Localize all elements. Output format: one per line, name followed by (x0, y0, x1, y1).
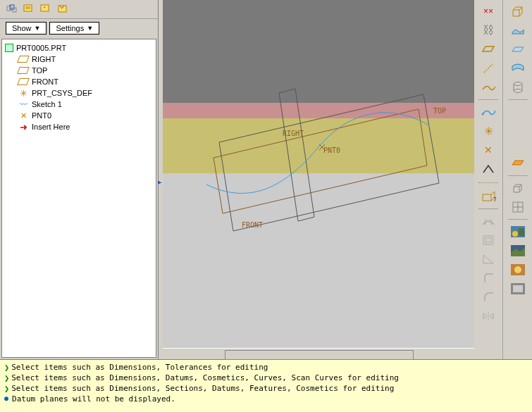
tool-plane[interactable] (478, 41, 499, 58)
tree-item[interactable]: 〰Sketch 1 (18, 99, 153, 110)
tree-item-label: RIGHT (32, 55, 56, 63)
tree-item-label: Sketch 1 (32, 100, 62, 108)
msg-arrow-icon: ❯ (4, 363, 9, 373)
svg-point-32 (512, 231, 518, 237)
insert-arrow-icon: ➜ (18, 122, 29, 132)
message-panel: ❯Select items such as Dimensions, Tolera… (0, 359, 532, 412)
svg-rect-33 (519, 228, 524, 236)
settings-dropdown[interactable]: Settings▼ (49, 22, 99, 35)
datum-plane-icon (18, 54, 29, 64)
svg-point-36 (514, 266, 521, 273)
tree-item[interactable]: ➜Insert Here (18, 121, 153, 132)
svg-point-13 (482, 113, 484, 116)
viewport-label-front: FRONT (242, 221, 263, 229)
svg-point-27 (514, 89, 522, 93)
svg-line-12 (484, 64, 493, 73)
tree-item-label: Insert Here (32, 123, 70, 131)
sketch-icon: 〰 (18, 99, 29, 109)
viewport-label-right: RIGHT (283, 130, 304, 137)
tool-sheet[interactable] (507, 41, 528, 58)
chevron-down-icon: ▼ (87, 25, 93, 32)
tree-item[interactable]: ✕PNT0 (18, 110, 153, 121)
svg-marker-7 (219, 94, 439, 231)
status-message: ❯Select items such as Dimensions, Tolera… (4, 363, 528, 373)
part-file-icon (5, 44, 13, 52)
show-label: Show (12, 24, 32, 32)
svg-marker-9 (279, 89, 314, 221)
left-panel: * Show▼ Settings▼ PRT0005.PRT RIGHT TOP … (0, 0, 159, 359)
viewport-label-top: TOP (433, 107, 446, 115)
tree-item[interactable]: RIGHT (18, 54, 153, 65)
datum-plane-icon (18, 65, 29, 75)
settings-label: Settings (56, 24, 84, 32)
tool-chamfer[interactable] (478, 289, 499, 306)
msg-text: Select items such as Dimensions, Datums,… (11, 373, 399, 383)
tool-shell[interactable] (478, 232, 499, 249)
tool-surface[interactable] (507, 22, 528, 39)
tool-cross[interactable]: ✕ (478, 142, 499, 158)
tool-spline[interactable] (478, 104, 499, 120)
status-message: ●Datum planes will not be displayed. (4, 394, 528, 404)
svg-rect-15 (483, 194, 491, 201)
msg-text: Select items such as Dimensions, Toleran… (11, 363, 268, 373)
svg-rect-1 (10, 5, 14, 9)
tree-item-label: FRONT (32, 77, 58, 86)
show-dropdown[interactable]: Show▼ (6, 22, 47, 35)
tree-item-label: PRT_CSYS_DEF (32, 89, 92, 97)
tool-box[interactable] (507, 3, 528, 20)
right-toolbars: ×× ⛓ ✳ ✕ 7 (474, 0, 532, 359)
tool-round[interactable] (478, 270, 499, 287)
tool-render-4[interactable] (507, 280, 528, 297)
svg-text:7: 7 (493, 196, 496, 203)
msg-text: Datum planes will not be displayed. (12, 394, 175, 404)
horizontal-scrollbar[interactable] (163, 348, 474, 359)
svg-marker-8 (214, 109, 427, 213)
svg-point-24 (514, 82, 522, 86)
point-icon: ✕ (18, 111, 29, 120)
tool-cylinder[interactable] (507, 79, 528, 96)
tool-curve[interactable] (478, 79, 499, 96)
tool-extrude[interactable]: 7 (478, 188, 499, 205)
tool-flag[interactable] (507, 155, 528, 172)
tool-triangle[interactable] (478, 161, 499, 177)
svg-rect-0 (7, 6, 11, 11)
msg-arrow-icon: ❯ (4, 373, 9, 384)
tool-cube[interactable] (507, 180, 528, 196)
tool-render-1[interactable] (507, 223, 528, 240)
viewport-label-pnt0: PNT0 (323, 146, 340, 154)
msg-arrow-icon: ❯ (4, 384, 9, 394)
tool-point-xx[interactable]: ×× (478, 3, 499, 20)
toolbar-icon-2[interactable] (21, 2, 37, 16)
tree-item[interactable]: TOP (18, 65, 153, 76)
tool-render-2[interactable] (507, 242, 528, 259)
status-message: ❯Select items such as Dimensions, Sectio… (4, 384, 528, 394)
msg-text: Select items such as Dimensions, Section… (11, 384, 394, 394)
tool-view[interactable] (507, 199, 528, 216)
tree-item-label: TOP (32, 66, 47, 75)
toolbar-icon-3[interactable]: * (38, 2, 54, 16)
tool-csys-icon[interactable]: ✳ (478, 123, 499, 139)
viewport-geometry (163, 0, 473, 348)
tool-link[interactable]: ⛓ (478, 22, 499, 39)
tool-axis[interactable] (478, 60, 499, 77)
svg-rect-38 (513, 285, 523, 292)
tree-item[interactable]: ✳PRT_CSYS_DEF (18, 87, 153, 99)
svg-line-16 (491, 192, 495, 194)
tool-mirror[interactable] (478, 308, 499, 325)
model-tree[interactable]: PRT0005.PRT RIGHT TOP FRONT ✳PRT_CSYS_DE… (1, 39, 156, 358)
toolbar-icon-1[interactable] (4, 2, 20, 16)
viewport-3d[interactable]: TOP RIGHT PNT0 FRONT (163, 0, 474, 348)
tree-item-label: PNT0 (32, 111, 51, 120)
tree-root-label: PRT0005.PRT (16, 44, 66, 52)
tool-blend[interactable] (478, 213, 499, 230)
tree-item[interactable]: FRONT (18, 76, 153, 87)
tool-quilt[interactable] (507, 60, 528, 77)
toolbar-icon-4[interactable] (55, 2, 70, 16)
tool-draft[interactable] (478, 251, 499, 268)
svg-rect-6 (58, 6, 66, 12)
msg-bullet-icon: ● (4, 394, 8, 404)
tree-root[interactable]: PRT0005.PRT (5, 42, 153, 54)
datum-plane-icon (18, 77, 29, 87)
svg-text:*: * (43, 5, 45, 11)
tool-render-3[interactable] (507, 261, 528, 278)
